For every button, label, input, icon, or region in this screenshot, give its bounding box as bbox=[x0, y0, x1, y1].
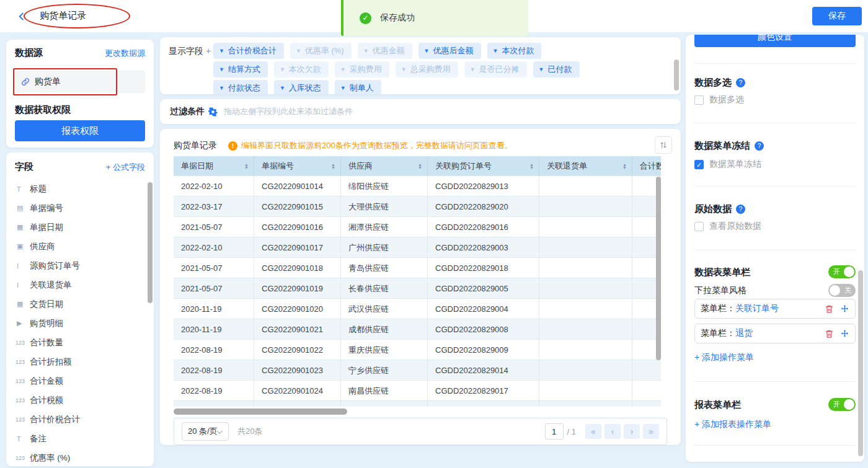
display-chip[interactable]: ▼本次付款 bbox=[487, 43, 542, 59]
chevron-down-icon: ▼ bbox=[424, 48, 430, 54]
menu-bar-item[interactable]: 菜单栏： 关联订单号 bbox=[694, 299, 856, 319]
prev-page-button[interactable]: ‹ bbox=[604, 424, 621, 439]
field-item-total-tax[interactable]: 123合计税额 bbox=[15, 391, 145, 410]
field-item-doc-no[interactable]: ▤单据编号 bbox=[15, 198, 145, 218]
sort-arrows-icon[interactable] bbox=[655, 136, 672, 154]
field-item-remark[interactable]: T备注 bbox=[15, 429, 145, 448]
sort-carets-icon[interactable]: ▲▼ bbox=[244, 163, 249, 169]
add-report-menu-link[interactable]: + 添加报表操作菜单 bbox=[694, 419, 856, 430]
display-chip[interactable]: ▼总采购费用 bbox=[396, 61, 458, 77]
raw-data-checkbox[interactable]: 查看原始数据 bbox=[694, 221, 856, 232]
datasource-pill[interactable]: 购货单 bbox=[15, 71, 145, 93]
field-item-return-doc[interactable]: I关联退货单 bbox=[15, 275, 145, 294]
multi-select-checkbox[interactable]: 数据多选 bbox=[694, 94, 856, 105]
display-chip[interactable]: ▼制单人 bbox=[335, 80, 381, 94]
color-settings-button[interactable]: 颜色设置 bbox=[694, 35, 856, 47]
sort-carets-icon[interactable]: ▲▼ bbox=[331, 163, 335, 169]
checkbox-checked[interactable]: ✓ bbox=[694, 160, 704, 169]
gear-icon[interactable] bbox=[208, 107, 218, 117]
settings-scrollbar[interactable] bbox=[858, 270, 863, 456]
display-chip[interactable]: ▼已付款 bbox=[533, 61, 580, 77]
display-chip[interactable]: ▼合计价税合计 bbox=[213, 43, 284, 59]
fields-scrollbar[interactable] bbox=[148, 182, 153, 303]
checkbox-unchecked[interactable] bbox=[694, 95, 704, 105]
sort-carets-icon[interactable]: ▲▼ bbox=[418, 163, 422, 169]
table-row[interactable]: 2020-11-19CG20220901021成都供应链CGDD20220829… bbox=[174, 319, 661, 340]
column-header[interactable]: 单据日期▲▼ bbox=[174, 156, 254, 176]
column-header[interactable]: 关联购货订单号▲▼ bbox=[428, 156, 539, 176]
display-chip[interactable]: ▼优惠后金额 bbox=[418, 43, 481, 59]
display-chip[interactable]: ▼结算方式 bbox=[213, 61, 268, 77]
dropdown-style-toggle[interactable]: 关 bbox=[828, 284, 856, 297]
help-icon[interactable]: ? bbox=[736, 78, 745, 87]
save-button[interactable]: 保存 bbox=[812, 7, 862, 25]
add-action-menu-link[interactable]: + 添加操作菜单 bbox=[694, 352, 856, 363]
table-row[interactable]: 2021-05-07CG20220901019长春供应链CGDD20220829… bbox=[174, 278, 661, 299]
add-display-field-button[interactable]: + bbox=[203, 46, 211, 56]
field-item-total-amount[interactable]: 123合计金额 bbox=[15, 371, 145, 391]
last-page-button[interactable]: » bbox=[643, 424, 659, 439]
field-item-source-order[interactable]: I源购货订单号 bbox=[15, 256, 145, 275]
cell: CGDD20220829018 bbox=[428, 258, 539, 278]
table-row[interactable]: 2022-03-17CG20220901015大理供应链CGDD20220829… bbox=[174, 196, 661, 217]
page-size-select[interactable]: 20 条/页 bbox=[182, 422, 229, 441]
table-horizontal-scrollbar[interactable] bbox=[174, 408, 667, 415]
display-fields-scrollbar[interactable] bbox=[674, 60, 679, 91]
table-menu-toggle[interactable]: 开 bbox=[828, 265, 856, 278]
table-row[interactable]: 2022-02-10CG20220901017广州供应链CGDD20220829… bbox=[174, 237, 661, 258]
field-item-doc-date[interactable]: ▦单据日期 bbox=[15, 218, 145, 237]
report-menu-toggle[interactable]: 开 bbox=[828, 398, 856, 411]
column-header[interactable]: 关联退货单▲▼ bbox=[539, 156, 632, 176]
trash-icon[interactable] bbox=[825, 329, 834, 338]
help-icon[interactable]: ? bbox=[736, 205, 745, 214]
change-datasource-link[interactable]: 更改数据源 bbox=[105, 48, 145, 59]
display-chip[interactable]: ▼付款状态 bbox=[213, 80, 268, 94]
table-row[interactable]: 2021-05-07CG20220901016湘潭供应链CGDD20220829… bbox=[174, 217, 661, 237]
move-icon[interactable] bbox=[840, 304, 849, 314]
field-item-total-incl-tax[interactable]: 123合计价税合计 bbox=[15, 410, 145, 429]
add-formula-field-link[interactable]: + 公式字段 bbox=[106, 162, 145, 173]
warning-icon: ! bbox=[228, 141, 237, 151]
column-header[interactable]: 单据编号▲▼ bbox=[254, 156, 341, 176]
field-item-total-qty[interactable]: 123合计数量 bbox=[15, 333, 145, 352]
field-item-discount-rate[interactable]: 123优惠率 (%) bbox=[15, 448, 145, 466]
table-row[interactable]: 2022-08-19CG20220901024南昌供应链CGDD20220829… bbox=[174, 381, 661, 401]
field-item-supplier[interactable]: ▣供应商 bbox=[15, 237, 145, 256]
display-chip[interactable]: ▼是否已分摊 bbox=[464, 61, 527, 77]
sort-carets-icon[interactable]: ▲▼ bbox=[622, 163, 627, 169]
field-item-delivery-date[interactable]: ▦交货日期 bbox=[15, 294, 145, 314]
cell: 重庆供应链 bbox=[341, 340, 428, 360]
chip-label: 优惠金额 bbox=[373, 45, 405, 56]
checkbox-unchecked[interactable] bbox=[694, 222, 704, 231]
table-row[interactable]: 2022-08-19CG20220901023宁乡供应链CGDD20220829… bbox=[174, 360, 661, 381]
display-chip[interactable]: ▼优惠率 (%) bbox=[290, 43, 352, 59]
move-icon[interactable] bbox=[840, 329, 849, 338]
column-header[interactable]: 合计数量 bbox=[632, 156, 661, 176]
link-icon bbox=[21, 77, 30, 86]
first-page-button[interactable]: « bbox=[585, 424, 601, 439]
table-vertical-scrollbar[interactable] bbox=[656, 177, 661, 360]
display-chip[interactable]: ▼采购费用 bbox=[335, 61, 389, 77]
column-header[interactable]: 供应商▲▼ bbox=[341, 156, 428, 176]
field-item-total-discount[interactable]: 123合计折扣额 bbox=[15, 352, 145, 371]
table-row[interactable]: 2021-05-07CG20220901018青岛供应链CGDD20220829… bbox=[174, 258, 661, 278]
cell: 2020-11-19 bbox=[174, 299, 254, 319]
table-row[interactable]: 2020-11-19CG20220901020武汉供应链CGDD20220829… bbox=[174, 299, 661, 319]
back-icon[interactable] bbox=[17, 11, 27, 24]
display-chip[interactable]: ▼优惠金额 bbox=[358, 43, 412, 59]
page-number-input[interactable] bbox=[545, 423, 564, 439]
trash-icon[interactable] bbox=[825, 304, 834, 314]
field-item-detail[interactable]: ▶购货明细 bbox=[15, 314, 145, 333]
menu-bar-item[interactable]: 菜单栏： 退货 bbox=[694, 324, 856, 343]
sort-carets-icon[interactable]: ▲▼ bbox=[529, 163, 534, 169]
field-item-title[interactable]: T标题 bbox=[15, 179, 145, 198]
next-page-button[interactable]: › bbox=[624, 424, 640, 439]
table-row[interactable]: 2022-02-10CG20220901014绵阳供应链CGDD20220829… bbox=[174, 176, 661, 196]
display-chip[interactable]: ▼入库状态 bbox=[274, 80, 329, 94]
report-permission-button[interactable]: 报表权限 bbox=[15, 120, 145, 141]
display-chip[interactable]: ▼本次欠款 bbox=[274, 61, 329, 77]
help-icon[interactable]: ? bbox=[755, 141, 764, 151]
menu-freeze-checkbox[interactable]: ✓ 数据菜单冻结 bbox=[694, 159, 856, 170]
table-row[interactable]: 2022-08-19CG20220901022重庆供应链CGDD20220829… bbox=[174, 340, 661, 360]
chip-label: 本次付款 bbox=[502, 45, 534, 56]
